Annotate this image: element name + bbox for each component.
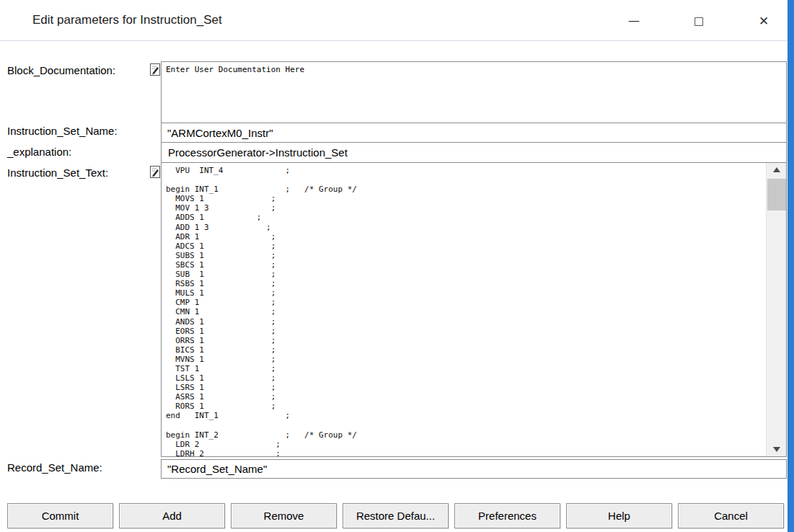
minimize-icon[interactable]: — [623, 10, 645, 32]
edit-icon[interactable] [150, 166, 161, 179]
triangle-up-icon [773, 167, 780, 172]
block-documentation-label: Block_Documentation: [7, 64, 115, 76]
dialog-title: Edit parameters for Instruction_Set [32, 13, 222, 27]
scrollbar-thumb[interactable] [767, 179, 786, 210]
window-controls: — □ ✕ [623, 0, 775, 41]
scroll-down-icon[interactable] [767, 443, 786, 456]
explanation-label: _explanation: [7, 146, 71, 158]
commit-button[interactable]: Commit [7, 503, 113, 528]
edit-icon-glyph [150, 166, 161, 179]
instruction-set-name-input[interactable] [161, 123, 787, 143]
scroll-up-icon[interactable] [767, 163, 786, 177]
help-button[interactable]: Help [566, 503, 672, 528]
instruction-set-name-label: Instruction_Set_Name: [7, 125, 118, 137]
instruction-set-text-field[interactable]: VPU INT_4 ; begin INT_1 ; /* Group */ MO… [161, 162, 787, 457]
vertical-scrollbar[interactable] [766, 163, 786, 456]
record-set-name-input[interactable] [161, 459, 787, 479]
edit-icon[interactable] [150, 63, 161, 76]
close-icon[interactable]: ✕ [753, 10, 775, 32]
remove-button[interactable]: Remove [231, 503, 337, 528]
block-documentation-field[interactable]: Enter User Documentation Here [161, 61, 787, 123]
preferences-button[interactable]: Preferences [454, 503, 560, 528]
record-set-name-label: Record_Set_Name: [7, 461, 102, 474]
dialog-button-bar: Commit Add Remove Restore Defau... Prefe… [7, 503, 784, 528]
instruction-set-text-content[interactable]: VPU INT_4 ; begin INT_1 ; /* Group */ MO… [162, 163, 765, 456]
explanation-value: ProcessorGenerator->Instruction_Set [161, 142, 787, 163]
triangle-down-icon [773, 447, 780, 452]
restore-defaults-button[interactable]: Restore Defau... [343, 503, 449, 528]
cancel-button[interactable]: Cancel [678, 503, 784, 528]
instruction-set-text-label: Instruction_Set_Text: [7, 167, 108, 179]
window-accent-edge [788, 0, 794, 532]
title-bar: Edit parameters for Instruction_Set — □ … [0, 0, 788, 41]
maximize-icon[interactable]: □ [688, 10, 710, 32]
add-button[interactable]: Add [119, 503, 225, 528]
edit-parameters-dialog: Edit parameters for Instruction_Set — □ … [0, 0, 794, 532]
edit-icon-glyph [150, 63, 161, 76]
